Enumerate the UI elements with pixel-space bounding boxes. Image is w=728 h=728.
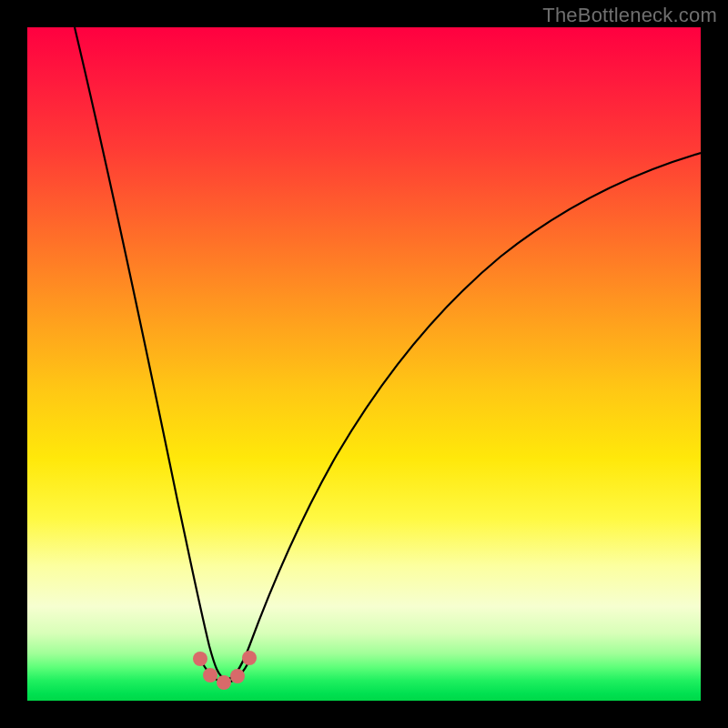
plot-area <box>27 27 701 701</box>
svg-point-2 <box>217 675 231 690</box>
svg-point-3 <box>230 669 245 683</box>
bottleneck-curve <box>75 27 701 679</box>
bottleneck-curve-svg <box>27 27 701 701</box>
svg-point-0 <box>193 652 207 666</box>
svg-point-4 <box>242 651 257 665</box>
minimum-highlight <box>193 651 257 690</box>
chart-frame: TheBottleneck.com <box>0 0 728 728</box>
watermark-text: TheBottleneck.com <box>542 4 717 27</box>
svg-point-1 <box>203 668 217 682</box>
